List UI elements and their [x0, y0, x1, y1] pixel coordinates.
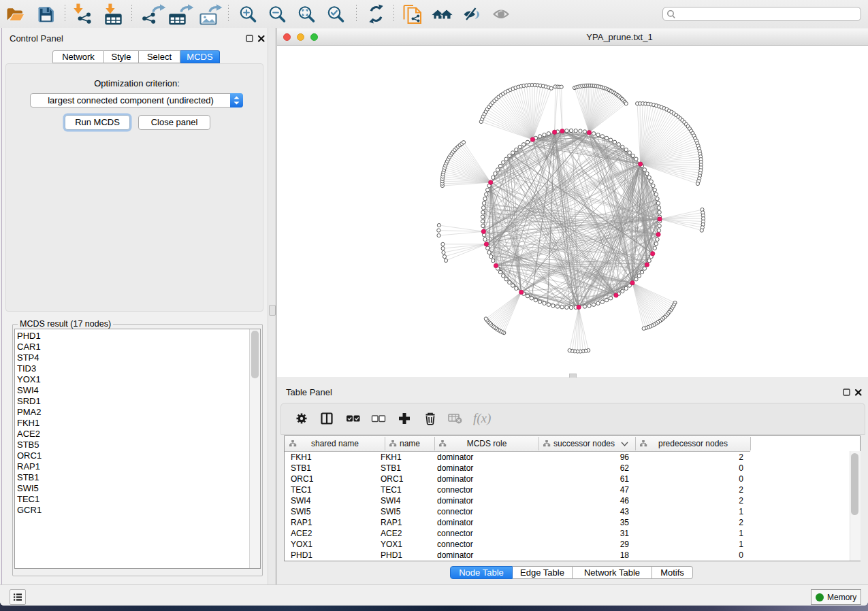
svg-text:shared name: shared name: [311, 439, 359, 448]
svg-text:43: 43: [620, 507, 630, 516]
svg-text:62: 62: [620, 463, 630, 473]
svg-text:RAP1: RAP1: [291, 518, 312, 527]
svg-text:2: 2: [739, 485, 743, 495]
svg-text:FKH1: FKH1: [381, 452, 402, 462]
svg-text:47: 47: [620, 485, 630, 495]
svg-text:connector: connector: [437, 529, 473, 538]
svg-text:connector: connector: [437, 540, 473, 549]
svg-text:YOX1: YOX1: [291, 540, 312, 549]
svg-text:1: 1: [739, 529, 743, 538]
svg-text:SWI4: SWI4: [381, 496, 401, 506]
svg-text:ACE2: ACE2: [381, 529, 402, 538]
svg-text:YOX1: YOX1: [381, 540, 402, 549]
svg-text:29: 29: [620, 540, 630, 549]
svg-text:ORC1: ORC1: [381, 474, 404, 484]
svg-text:PHD1: PHD1: [291, 550, 312, 560]
svg-text:1: 1: [739, 507, 743, 516]
svg-text:0: 0: [739, 550, 743, 560]
svg-text:0: 0: [739, 463, 743, 473]
svg-text:96: 96: [620, 452, 630, 462]
svg-text:name: name: [400, 439, 420, 448]
svg-text:2: 2: [739, 452, 743, 462]
svg-text:31: 31: [620, 529, 630, 538]
svg-text:dominator: dominator: [437, 452, 473, 462]
svg-text:ACE2: ACE2: [291, 529, 312, 538]
svg-text:SWI5: SWI5: [291, 507, 311, 516]
svg-text:35: 35: [620, 518, 630, 527]
svg-text:STB1: STB1: [381, 463, 401, 473]
svg-text:18: 18: [620, 550, 630, 560]
svg-text:connector: connector: [437, 485, 473, 495]
svg-text:1: 1: [739, 540, 743, 549]
svg-text:TEC1: TEC1: [381, 485, 402, 495]
svg-text:2: 2: [739, 496, 743, 506]
svg-text:PHD1: PHD1: [381, 550, 402, 560]
svg-text:FKH1: FKH1: [291, 452, 312, 462]
svg-text:46: 46: [620, 496, 630, 506]
svg-text:61: 61: [620, 474, 630, 484]
svg-text:dominator: dominator: [437, 474, 473, 484]
svg-text:dominator: dominator: [437, 463, 473, 473]
svg-text:STB1: STB1: [291, 463, 311, 473]
svg-text:0: 0: [739, 474, 743, 484]
svg-text:successor nodes: successor nodes: [553, 439, 615, 448]
svg-text:RAP1: RAP1: [381, 518, 402, 527]
svg-text:2: 2: [739, 518, 743, 527]
svg-text:SWI4: SWI4: [291, 496, 311, 506]
svg-text:MCDS role: MCDS role: [467, 439, 507, 448]
svg-text:f(x): f(x): [473, 411, 491, 426]
svg-text:dominator: dominator: [437, 550, 473, 560]
svg-text:TEC1: TEC1: [291, 485, 312, 495]
svg-text:ORC1: ORC1: [291, 474, 314, 484]
svg-text:SWI5: SWI5: [381, 507, 401, 516]
svg-text:dominator: dominator: [437, 496, 473, 506]
svg-text:connector: connector: [437, 507, 473, 516]
svg-text:predecessor nodes: predecessor nodes: [658, 439, 728, 448]
svg-text:dominator: dominator: [437, 518, 473, 527]
